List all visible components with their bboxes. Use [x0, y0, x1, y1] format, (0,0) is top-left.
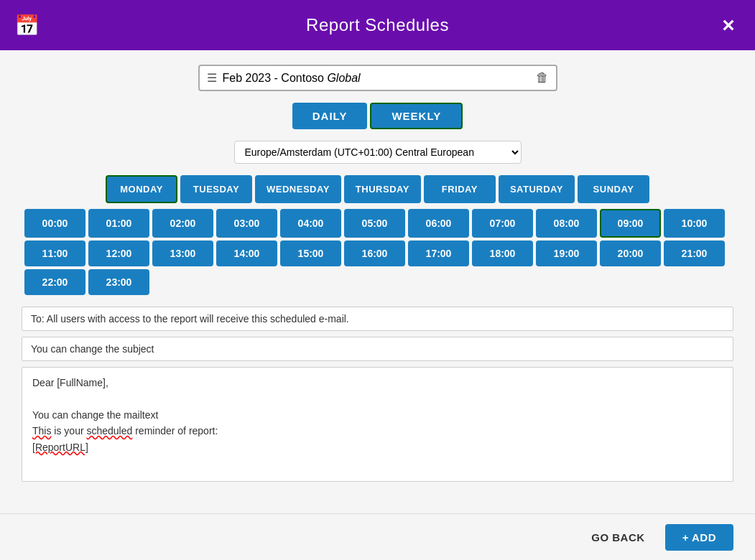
time-button-1800[interactable]: 18:00: [472, 241, 533, 266]
subject-row[interactable]: You can change the subject: [22, 337, 733, 361]
time-button-0500[interactable]: 05:00: [344, 209, 405, 238]
time-button-0200[interactable]: 02:00: [152, 209, 213, 238]
body-line-4: This is your scheduled reminder of repor…: [32, 423, 723, 439]
time-button-1500[interactable]: 15:00: [280, 241, 341, 266]
time-button-0400[interactable]: 04:00: [280, 209, 341, 238]
time-button-1100[interactable]: 11:00: [24, 241, 85, 266]
daily-button[interactable]: DAILY: [292, 103, 368, 129]
days-row: MONDAYTUESDAYWEDNESDAYTHURSDAYFRIDAYSATU…: [22, 175, 733, 203]
time-button-1700[interactable]: 17:00: [408, 241, 469, 266]
body-line-3: You can change the mailtext: [32, 407, 723, 423]
add-button[interactable]: + ADD: [665, 524, 733, 551]
report-selector[interactable]: ☰ Feb 2023 - Contoso Global 🗑: [198, 65, 557, 91]
day-button-monday[interactable]: MONDAY: [106, 175, 177, 203]
time-button-2000[interactable]: 20:00: [600, 241, 661, 266]
day-button-friday[interactable]: FRIDAY: [424, 175, 496, 203]
day-button-wednesday[interactable]: WEDNESDAY: [255, 175, 341, 203]
day-button-thursday[interactable]: THURSDAY: [344, 175, 421, 203]
time-button-1600[interactable]: 16:00: [344, 241, 405, 266]
time-button-0700[interactable]: 07:00: [472, 209, 533, 238]
time-button-2100[interactable]: 21:00: [664, 241, 725, 266]
time-button-1400[interactable]: 14:00: [216, 241, 277, 266]
time-button-1200[interactable]: 12:00: [88, 241, 149, 266]
time-button-1300[interactable]: 13:00: [152, 241, 213, 266]
body-line-2: [32, 391, 723, 406]
subject-text: You can change the subject: [31, 343, 154, 355]
time-button-0300[interactable]: 03:00: [216, 209, 277, 238]
time-button-2300[interactable]: 23:00: [88, 269, 149, 295]
time-button-0900[interactable]: 09:00: [600, 209, 661, 238]
to-label: To: All users with access to the report …: [31, 313, 349, 325]
report-selector-row: ☰ Feb 2023 - Contoso Global 🗑: [22, 65, 733, 91]
day-button-saturday[interactable]: SATURDAY: [499, 175, 575, 203]
calendar-icon: 📅: [14, 14, 40, 37]
modal-body: ☰ Feb 2023 - Contoso Global 🗑 DAILY WEEK…: [0, 50, 755, 513]
to-row: To: All users with access to the report …: [22, 307, 733, 331]
list-icon: ☰: [207, 71, 217, 85]
modal-title: Report Schedules: [306, 15, 449, 35]
times-grid: 00:0001:0002:0003:0004:0005:0006:0007:00…: [22, 209, 733, 295]
time-button-0800[interactable]: 08:00: [536, 209, 597, 238]
time-button-2200[interactable]: 22:00: [24, 269, 85, 295]
modal-container: 📅 Report Schedules × ☰ Feb 2023 - Contos…: [0, 0, 755, 560]
body-area[interactable]: Dear [FullName], You can change the mail…: [22, 367, 733, 482]
day-button-sunday[interactable]: SUNDAY: [578, 175, 649, 203]
go-back-button[interactable]: GO BACK: [580, 526, 656, 549]
close-button[interactable]: ×: [713, 9, 744, 41]
time-button-1900[interactable]: 19:00: [536, 241, 597, 266]
timezone-row: Europe/Amsterdam (UTC+01:00) Central Eur…: [22, 141, 733, 164]
day-button-tuesday[interactable]: TUESDAY: [180, 175, 252, 203]
clear-icon[interactable]: 🗑: [536, 70, 549, 85]
body-line-5: [ReportURL]: [32, 439, 723, 455]
modal-footer: GO BACK + ADD: [0, 513, 755, 560]
weekly-button[interactable]: WEEKLY: [370, 103, 463, 129]
time-button-0100[interactable]: 01:00: [88, 209, 149, 238]
body-line-1: Dear [FullName],: [32, 375, 723, 391]
time-button-0000[interactable]: 00:00: [24, 209, 85, 238]
modal-header: 📅 Report Schedules ×: [0, 0, 755, 50]
report-selector-text: Feb 2023 - Contoso Global: [223, 72, 536, 85]
timezone-select[interactable]: Europe/Amsterdam (UTC+01:00) Central Eur…: [234, 141, 522, 164]
time-button-0600[interactable]: 06:00: [408, 209, 469, 238]
time-button-1000[interactable]: 10:00: [664, 209, 725, 238]
frequency-row: DAILY WEEKLY: [22, 103, 733, 129]
